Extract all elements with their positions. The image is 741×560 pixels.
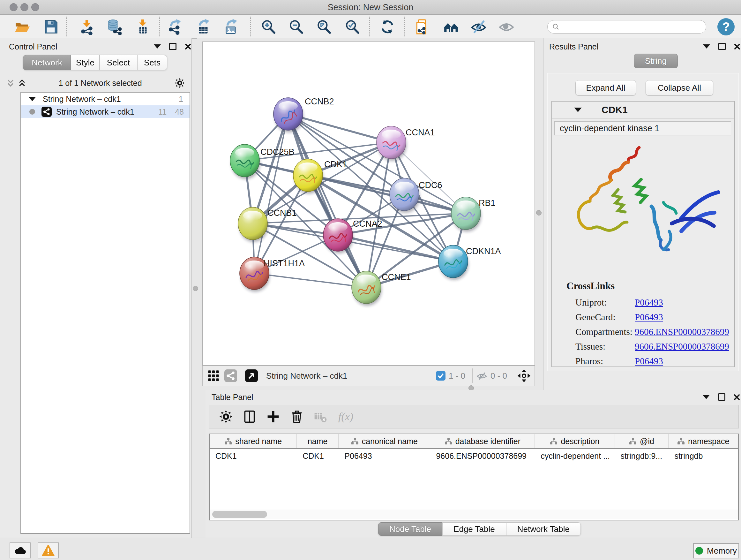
export-network-button[interactable] <box>166 17 185 36</box>
save-session-button[interactable] <box>42 17 60 36</box>
table-cell[interactable]: P06493 <box>339 449 430 463</box>
table-row[interactable]: CDK1CDK1P064939606.ENSP00000378699cyclin… <box>210 449 738 463</box>
crosslink-row: Compartments:9606.ENSP00000378699 <box>576 324 729 339</box>
selected-checkbox-icon[interactable] <box>436 371 446 381</box>
network-node-CCNA1[interactable] <box>377 126 407 161</box>
tab-string[interactable]: String <box>634 54 678 68</box>
network-canvas[interactable]: CCNB2CCNA1CDC25BCDK1CDC6RB1CCNB1CCNA2CDK… <box>202 42 535 366</box>
close-panel-icon[interactable] <box>185 44 191 50</box>
close-panel-icon[interactable] <box>734 394 740 400</box>
goto-network-icon[interactable] <box>245 369 258 382</box>
network-node-CCNB1[interactable] <box>238 207 268 242</box>
horizontal-scrollbar[interactable] <box>210 509 738 519</box>
expand-all-icon[interactable] <box>18 79 26 87</box>
cloud-button[interactable] <box>10 543 30 558</box>
expand-all-button[interactable]: Expand All <box>576 80 636 96</box>
node-count: 11 <box>158 107 166 117</box>
show-columns-icon[interactable] <box>243 410 257 424</box>
tab-edge-table[interactable]: Edge Table <box>442 522 506 536</box>
delete-table-icon-disabled <box>313 410 327 424</box>
crosslink-link[interactable]: P06493 <box>635 297 663 308</box>
network-node-RB1[interactable] <box>451 197 481 232</box>
show-all-button[interactable] <box>497 17 516 36</box>
network-row-selected[interactable]: String Network – cdk1 11 48 <box>21 105 190 118</box>
hide-selected-button[interactable] <box>469 17 488 36</box>
column-header-database-identifier[interactable]: database identifier <box>430 434 535 448</box>
zoom-selected-button[interactable] <box>343 17 361 36</box>
column-header-name[interactable]: name <box>297 434 339 448</box>
collapse-all-icon[interactable] <box>6 79 15 87</box>
memory-button[interactable]: Memory <box>693 543 739 558</box>
grid-view-icon[interactable] <box>207 369 220 382</box>
panel-menu-icon[interactable] <box>703 44 710 49</box>
delete-column-icon[interactable] <box>290 410 304 424</box>
network-node-CCNB2[interactable] <box>273 98 304 132</box>
tab-node-table[interactable]: Node Table <box>378 522 442 536</box>
first-neighbors-button[interactable] <box>442 17 461 36</box>
import-table-file-button[interactable] <box>133 17 152 36</box>
table-settings-gear-icon[interactable] <box>219 410 233 424</box>
open-session-button[interactable] <box>13 17 31 36</box>
export-table-button[interactable] <box>194 17 213 36</box>
tab-network-table[interactable]: Network Table <box>506 522 581 536</box>
table-cell[interactable]: stringdb:9... <box>615 449 669 463</box>
import-network-file-button[interactable] <box>77 17 96 36</box>
crosslink-link[interactable]: 9606.ENSP00000378699 <box>635 327 729 337</box>
search-input[interactable] <box>562 22 701 32</box>
network-node-CDK1[interactable] <box>293 159 323 194</box>
zoom-selected-icon <box>344 19 360 35</box>
tab-style[interactable]: Style <box>71 55 99 70</box>
warnings-button[interactable] <box>38 543 59 558</box>
tab-select[interactable]: Select <box>99 55 137 70</box>
gene-card-header[interactable]: CDK1 <box>552 102 734 118</box>
column-header-shared-name[interactable]: shared name <box>210 434 297 448</box>
tab-sets[interactable]: Sets <box>137 55 167 70</box>
column-header-namespace[interactable]: namespace <box>669 434 738 448</box>
table-cell[interactable]: CDK1 <box>210 449 297 463</box>
table-cell[interactable]: CDK1 <box>297 449 339 463</box>
zoom-in-button[interactable] <box>259 17 278 36</box>
network-icon-gray[interactable] <box>224 369 237 382</box>
help-button[interactable]: ? <box>718 18 735 36</box>
node-label-CCNE1: CCNE1 <box>382 272 411 282</box>
export-image-button[interactable] <box>222 17 241 36</box>
scrollbar-thumb[interactable] <box>212 511 267 518</box>
collapse-triangle-icon[interactable] <box>29 97 36 101</box>
pan-crosshair-icon[interactable] <box>517 369 531 382</box>
zoom-out-button[interactable] <box>287 17 306 36</box>
table-cell[interactable]: stringdb <box>669 449 738 463</box>
table-cell[interactable]: 9606.ENSP00000378699 <box>430 449 535 463</box>
collapse-triangle-icon[interactable] <box>574 108 582 112</box>
panel-menu-icon[interactable] <box>154 44 161 49</box>
zoom-fit-button[interactable] <box>315 17 333 36</box>
vertical-splitter-handle[interactable] <box>536 210 542 215</box>
network-node-CCNE1[interactable] <box>352 271 382 306</box>
import-database-icon <box>106 19 122 35</box>
search-field[interactable] <box>547 20 706 34</box>
tab-network[interactable]: Network <box>23 55 71 70</box>
clone-network-button[interactable] <box>413 17 431 36</box>
table-cell[interactable]: cyclin-dependent ... <box>535 449 615 463</box>
close-panel-icon[interactable] <box>734 44 740 50</box>
gear-icon[interactable] <box>174 78 185 88</box>
network-collection-row[interactable]: String Network – cdk1 1 <box>21 92 190 105</box>
column-header--id[interactable]: @id <box>615 434 669 448</box>
column-header-canonical-name[interactable]: canonical name <box>339 434 430 448</box>
float-panel-icon[interactable] <box>718 393 725 401</box>
network-node-CDC6[interactable] <box>390 178 420 213</box>
add-column-icon[interactable] <box>266 410 280 424</box>
crosslink-link[interactable]: P06493 <box>635 312 663 322</box>
network-node-CCNA2[interactable] <box>323 219 353 253</box>
crosslink-link[interactable]: P06493 <box>635 356 663 367</box>
import-network-database-button[interactable] <box>105 17 123 36</box>
collapse-all-button[interactable]: Collapse All <box>646 80 713 96</box>
crosslink-link[interactable]: 9606.ENSP00000378699 <box>635 341 729 352</box>
apply-layout-button[interactable] <box>378 17 397 36</box>
column-header-description[interactable]: description <box>535 434 615 448</box>
vertical-splitter-handle[interactable] <box>193 286 198 291</box>
network-node-CDKN1A[interactable] <box>439 245 468 280</box>
float-panel-icon[interactable] <box>169 43 177 50</box>
float-panel-icon[interactable] <box>718 43 726 50</box>
network-node-CDC25B[interactable] <box>230 144 260 179</box>
panel-menu-icon[interactable] <box>703 395 710 399</box>
